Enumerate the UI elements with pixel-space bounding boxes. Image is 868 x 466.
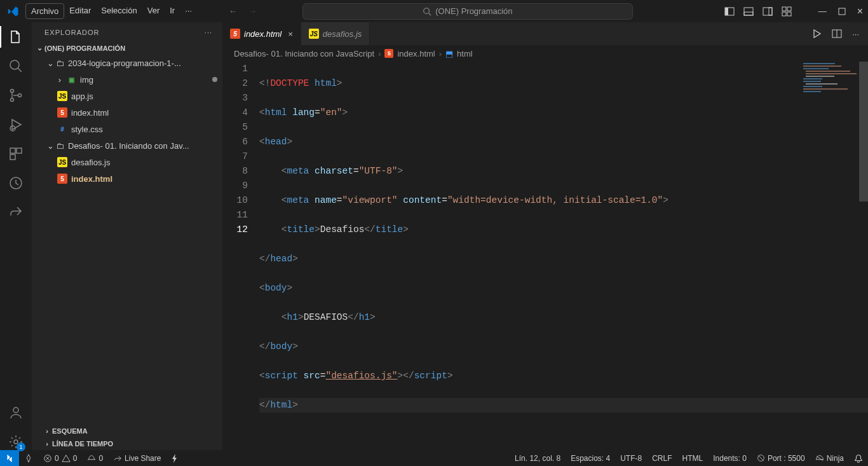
menu-editar[interactable]: Editar xyxy=(64,3,96,19)
svg-line-1 xyxy=(429,13,431,15)
svg-rect-28 xyxy=(803,63,835,64)
folder-label: 2034-logica-programacion-1-... xyxy=(68,58,181,68)
status-thunder[interactable] xyxy=(166,450,184,466)
activity-account-icon[interactable] xyxy=(8,404,24,421)
main-menu: Archivo Editar Selección Ver Ir ··· xyxy=(25,3,197,19)
status-eol[interactable]: CRLF xyxy=(647,454,677,463)
status-problems[interactable]: 0 0 xyxy=(38,450,82,466)
file-indexhtml2[interactable]: 5 index.html xyxy=(32,170,222,187)
breadcrumb-file[interactable]: index.html xyxy=(397,49,435,58)
code-content[interactable]: <!DOCTYPE html> <html lang="en"> <head> … xyxy=(259,62,868,450)
breadcrumb[interactable]: Desafios- 01. Iniciando con JavaScript ›… xyxy=(222,45,868,62)
breadcrumb-folder[interactable]: Desafios- 01. Iniciando con JavaScript xyxy=(234,49,374,58)
svg-rect-38 xyxy=(803,88,848,90)
code-editor[interactable]: 123456789101112 <!DOCTYPE html> <html la… xyxy=(222,62,868,450)
activity-extensions-icon[interactable] xyxy=(8,146,24,162)
editor-scrollbar[interactable] xyxy=(859,62,868,443)
file-label: index.html xyxy=(71,174,112,184)
svg-rect-6 xyxy=(763,8,772,15)
ninja-label: Ninja xyxy=(827,454,844,463)
file-tree: ⌄ 🗀 2034-logica-programacion-1-... › ▣ i… xyxy=(32,55,222,425)
svg-rect-31 xyxy=(806,71,850,72)
activity-source-control-icon[interactable] xyxy=(8,87,24,104)
tab-indexhtml[interactable]: 5 index.html × xyxy=(222,22,301,45)
status-ninja[interactable]: Ninja xyxy=(810,454,849,463)
folder-img-icon: ▣ xyxy=(66,74,76,85)
svg-rect-21 xyxy=(10,154,15,160)
tab-desafiosjs[interactable]: JS desafios.js xyxy=(301,22,370,45)
status-spaces[interactable]: Espacios: 4 xyxy=(566,454,615,463)
nav-forward-icon[interactable]: → xyxy=(248,6,257,16)
status-indents[interactable]: Indents: 0 xyxy=(708,454,752,463)
outline-section[interactable]: › ESQUEMA xyxy=(32,425,222,437)
workspace-root[interactable]: ⌄ (ONE) PROGRAMACIÓN xyxy=(32,41,222,55)
file-appjs[interactable]: JS app.js xyxy=(32,88,222,104)
status-encoding[interactable]: UTF-8 xyxy=(615,454,647,463)
nav-back-icon[interactable]: ← xyxy=(229,6,237,16)
folder-img[interactable]: › ▣ img xyxy=(32,71,222,88)
tab-label: desafios.js xyxy=(323,29,362,39)
svg-rect-7 xyxy=(769,8,772,15)
svg-point-13 xyxy=(10,60,19,69)
folder-desafios[interactable]: ⌄ 🗀 Desafios- 01. Iniciando con Jav... xyxy=(32,137,222,154)
breadcrumb-symbol[interactable]: html xyxy=(457,49,473,58)
line-gutter: 123456789101112 xyxy=(222,62,259,450)
layout-panel-icon[interactable] xyxy=(743,6,754,17)
status-ports[interactable]: 0 xyxy=(82,450,108,466)
scrollbar-thumb[interactable] xyxy=(859,62,868,202)
file-desafiosjs[interactable]: JS desafios.js xyxy=(32,154,222,170)
remote-indicator[interactable] xyxy=(0,450,19,466)
window-maximize-icon[interactable] xyxy=(838,8,846,15)
activity-explorer-icon[interactable] xyxy=(8,29,24,45)
run-icon[interactable] xyxy=(811,29,822,39)
svg-rect-36 xyxy=(806,83,837,85)
svg-rect-33 xyxy=(806,76,834,77)
svg-rect-11 xyxy=(787,12,791,16)
activity-debug-icon[interactable] xyxy=(8,116,24,133)
folder-logica[interactable]: ⌄ 🗀 2034-logica-programacion-1-... xyxy=(32,55,222,71)
activity-settings-icon[interactable]: 1 xyxy=(8,434,24,450)
menu-ver[interactable]: Ver xyxy=(142,3,165,19)
editor-more-icon[interactable]: ··· xyxy=(852,29,859,39)
symbol-icon: ⬒ xyxy=(445,49,453,58)
status-notifications-icon[interactable] xyxy=(849,454,868,463)
window-minimize-icon[interactable]: — xyxy=(818,6,827,16)
layout-customize-icon[interactable] xyxy=(782,6,792,17)
main-layout: 1 EXPLORADOR ··· ⌄ (ONE) PROGRAMACIÓN ⌄ … xyxy=(0,22,868,450)
file-stylecss[interactable]: # style.css xyxy=(32,121,222,137)
timeline-section[interactable]: › LÍNEA DE TIEMPO xyxy=(32,437,222,450)
status-cursor-pos[interactable]: Lín. 12, col. 8 xyxy=(510,454,566,463)
menu-ir[interactable]: Ir xyxy=(165,3,180,19)
js-icon: JS xyxy=(57,91,67,101)
window-close-icon[interactable]: × xyxy=(857,6,863,17)
chevron-right-icon: › xyxy=(44,427,50,435)
svg-rect-20 xyxy=(17,148,22,153)
js-icon: JS xyxy=(309,29,319,39)
tab-close-icon[interactable]: × xyxy=(288,29,293,39)
menu-more[interactable]: ··· xyxy=(180,3,197,19)
menu-seleccion[interactable]: Selección xyxy=(96,3,142,19)
activity-search-icon[interactable] xyxy=(8,58,24,74)
activity-share-icon[interactable] xyxy=(8,204,24,221)
activity-timeline-icon[interactable] xyxy=(8,175,24,191)
status-launch[interactable] xyxy=(19,450,38,466)
minimap[interactable] xyxy=(802,62,859,119)
folder-icon: 🗀 xyxy=(56,141,64,151)
sidebar-more-icon[interactable]: ··· xyxy=(205,29,212,36)
chevron-right-icon: › xyxy=(439,49,442,58)
command-center[interactable]: (ONE) Programación xyxy=(302,3,633,20)
status-language[interactable]: HTML xyxy=(677,454,709,463)
menu-archivo[interactable]: Archivo xyxy=(25,3,64,19)
layout-sidebar-left-icon[interactable] xyxy=(724,6,735,17)
chevron-down-icon: ⌄ xyxy=(47,58,52,68)
workspace-root-label: (ONE) PROGRAMACIÓN xyxy=(44,45,125,52)
folder-icon: 🗀 xyxy=(56,58,64,68)
file-label: app.js xyxy=(71,92,93,101)
html-icon: 5 xyxy=(230,29,240,39)
file-indexhtml1[interactable]: 5 index.html xyxy=(32,104,222,121)
status-port[interactable]: Port : 5500 xyxy=(752,454,810,463)
layout-sidebar-right-icon[interactable] xyxy=(763,6,773,17)
settings-badge: 1 xyxy=(17,442,25,451)
split-editor-icon[interactable] xyxy=(832,29,842,39)
status-liveshare[interactable]: Live Share xyxy=(108,450,166,466)
